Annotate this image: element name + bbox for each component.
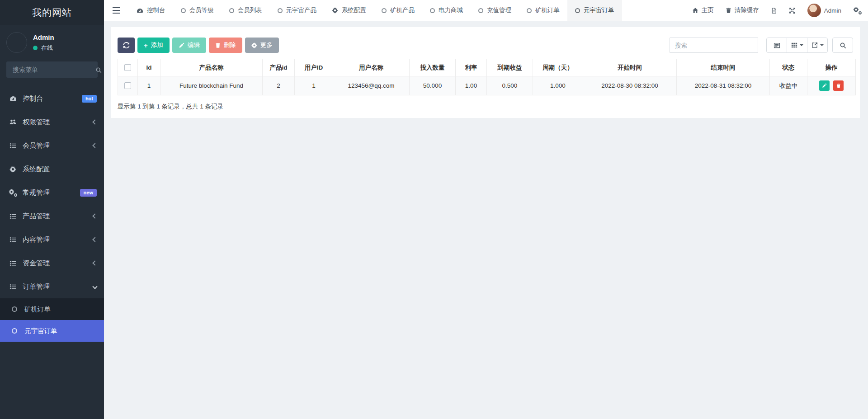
header-rate[interactable]: 利率 xyxy=(456,59,487,76)
cell-due-profit: 0.500 xyxy=(487,76,533,95)
cell-status: 收益中 xyxy=(770,76,807,95)
header-user-id[interactable]: 用户ID xyxy=(295,59,333,76)
columns-button[interactable] xyxy=(787,38,807,53)
table-search-input[interactable] xyxy=(670,38,758,53)
circle-icon xyxy=(278,8,283,13)
tab-label: 电力商城 xyxy=(439,6,463,14)
refresh-button[interactable] xyxy=(118,38,135,53)
sidebar-item-finance[interactable]: 资金管理 xyxy=(0,251,104,275)
search-toggle-button[interactable] xyxy=(832,38,853,53)
list-icon xyxy=(7,260,19,267)
cell-cycle-days: 1.000 xyxy=(533,76,583,95)
header-end-time[interactable]: 结束时间 xyxy=(677,59,770,76)
tab-mining-order[interactable]: 矿机订单 xyxy=(519,0,567,21)
document-button[interactable] xyxy=(765,0,783,21)
tab-label: 元宇宙订单 xyxy=(584,6,614,14)
add-button[interactable]: + 添加 xyxy=(137,38,170,53)
avatar[interactable] xyxy=(6,32,27,53)
toolbar: + 添加 编辑 删除 更多 xyxy=(118,38,853,53)
edit-button[interactable]: 编辑 xyxy=(172,38,206,53)
export-icon xyxy=(811,42,818,48)
view-button-group xyxy=(766,38,828,53)
clear-cache-button[interactable]: 清除缓存 xyxy=(720,0,765,21)
main-area: 控制台 会员等级 会员列表 元宇宙产品 系统配置 矿机产品 xyxy=(104,0,868,419)
cell-product-id: 2 xyxy=(263,76,295,95)
list-icon xyxy=(7,236,19,243)
tab-label: 控制台 xyxy=(147,6,165,14)
select-all-checkbox[interactable] xyxy=(124,64,131,71)
sidebar-item-product[interactable]: 产品管理 xyxy=(0,204,104,228)
sidebar-item-system-config[interactable]: 系统配置 xyxy=(0,157,104,181)
cell-product-name: Future blockchain Fund xyxy=(160,76,263,95)
tab-metaverse-order[interactable]: 元宇宙订单 xyxy=(567,0,622,21)
brand-title: 我的网站 xyxy=(0,0,104,25)
tab-member-list[interactable]: 会员列表 xyxy=(222,0,270,21)
tab-system-config[interactable]: 系统配置 xyxy=(324,0,374,21)
table-header-row: Id 产品名称 产品id 用户ID 用户名称 投入数量 利率 到期收益 周期（天… xyxy=(118,59,856,76)
export-button[interactable] xyxy=(807,38,828,53)
delete-button[interactable]: 删除 xyxy=(209,38,242,53)
chevron-left-icon xyxy=(92,143,97,148)
user-menu[interactable]: Admin xyxy=(802,0,847,21)
sidebar-subitem-metaverse-order[interactable]: 元宇宙订单 xyxy=(0,320,104,342)
sidebar-subitem-mining-order[interactable]: 矿机订单 xyxy=(0,298,104,320)
header-status[interactable]: 状态 xyxy=(770,59,807,76)
circle-icon xyxy=(382,8,387,13)
tab-metaverse-product[interactable]: 元宇宙产品 xyxy=(270,0,325,21)
row-edit-button[interactable] xyxy=(819,80,830,91)
sidebar-item-label: 控制台 xyxy=(23,94,43,103)
caret-down-icon xyxy=(820,44,824,46)
sidebar-item-general[interactable]: 常规管理 new xyxy=(0,181,104,204)
tab-recharge[interactable]: 充值管理 xyxy=(471,0,519,21)
cell-amount: 50.000 xyxy=(410,76,456,95)
plus-icon: + xyxy=(144,42,148,49)
tab-console[interactable]: 控制台 xyxy=(129,0,173,21)
sidebar-item-label: 会员管理 xyxy=(23,141,50,150)
cell-user-name: 123456@qq.com xyxy=(333,76,410,95)
list-icon xyxy=(7,213,19,220)
cell-id: 1 xyxy=(138,76,160,95)
header-product-name[interactable]: 产品名称 xyxy=(160,59,263,76)
sidebar-item-label: 内容管理 xyxy=(23,235,50,244)
sidebar-submenu: 矿机订单 元宇宙订单 xyxy=(0,298,104,342)
username-label: Admin xyxy=(824,7,841,14)
sidebar-item-dashboard[interactable]: 控制台 hot xyxy=(0,87,104,110)
sidebar-item-order[interactable]: 订单管理 xyxy=(0,275,104,298)
tab-power-mall[interactable]: 电力商城 xyxy=(422,0,471,21)
sidebar-toggle-button[interactable] xyxy=(104,0,129,21)
detail-view-button[interactable] xyxy=(766,38,787,53)
tab-member-level[interactable]: 会员等级 xyxy=(173,0,222,21)
sidebar-item-label: 产品管理 xyxy=(23,212,50,221)
header-product-id[interactable]: 产品id xyxy=(263,59,295,76)
circle-icon xyxy=(478,8,483,13)
tab-label: 会员等级 xyxy=(189,6,214,14)
header-cycle-days[interactable]: 周期（天） xyxy=(533,59,583,76)
sidebar-search-input[interactable] xyxy=(12,66,95,74)
header-start-time[interactable]: 开始时间 xyxy=(583,59,677,76)
header-id[interactable]: Id xyxy=(138,59,160,76)
columns-icon xyxy=(791,42,797,48)
caret-down-icon xyxy=(800,44,803,46)
home-button[interactable]: 主页 xyxy=(686,0,720,21)
row-select-cell xyxy=(118,76,138,95)
sidebar-item-member[interactable]: 会员管理 xyxy=(0,134,104,157)
header-due-profit[interactable]: 到期收益 xyxy=(487,59,533,76)
circle-icon xyxy=(181,8,186,13)
cell-user-id: 1 xyxy=(295,76,333,95)
row-delete-button[interactable] xyxy=(833,80,844,91)
tab-mining-product[interactable]: 矿机产品 xyxy=(374,0,422,21)
sidebar-item-content[interactable]: 内容管理 xyxy=(0,228,104,251)
header-user-name[interactable]: 用户名称 xyxy=(333,59,410,76)
fullscreen-button[interactable] xyxy=(783,0,802,21)
header-amount[interactable]: 投入数量 xyxy=(410,59,456,76)
user-status: 在线 xyxy=(33,44,54,52)
chevron-down-icon xyxy=(92,284,97,289)
row-checkbox[interactable] xyxy=(124,82,131,89)
more-button[interactable]: 更多 xyxy=(245,38,279,53)
new-badge: new xyxy=(80,189,97,197)
sidebar: 我的网站 Admin 在线 控制台 hot 权限管理 xyxy=(0,0,104,419)
circle-icon xyxy=(527,8,532,13)
sidebar-item-auth[interactable]: 权限管理 xyxy=(0,110,104,134)
content-area: + 添加 编辑 删除 更多 xyxy=(104,21,868,419)
settings-button[interactable] xyxy=(847,0,868,21)
